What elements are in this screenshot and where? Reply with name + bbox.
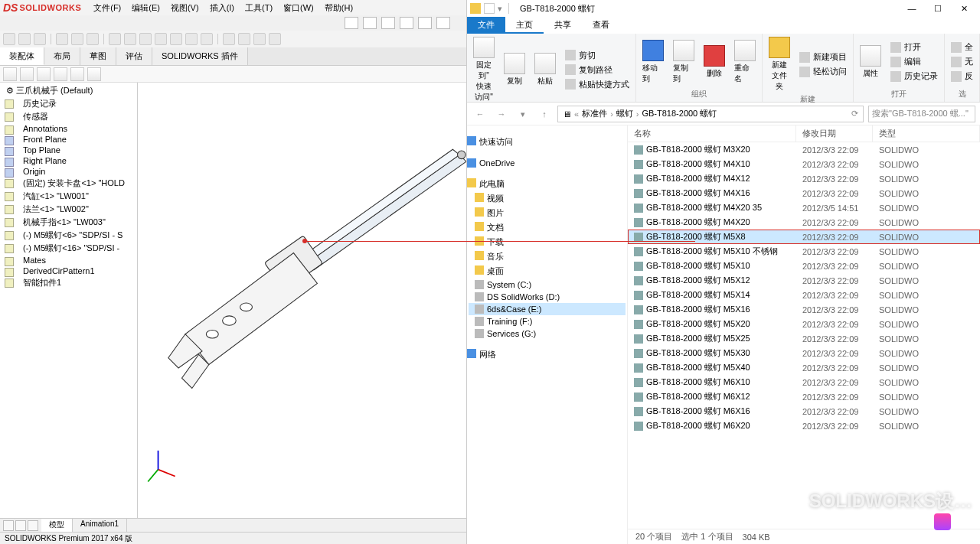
tool-icon[interactable] bbox=[155, 33, 167, 45]
up-button[interactable]: ↑ bbox=[536, 106, 553, 122]
col-name[interactable]: 名称 bbox=[628, 125, 796, 142]
cut-button[interactable]: 剪切 bbox=[564, 49, 631, 62]
file-row[interactable]: GB-T818-2000 螺钉 M4X202012/3/3 22:09SOLID… bbox=[628, 215, 980, 230]
menu-1[interactable]: 编辑(E) bbox=[127, 1, 165, 15]
tab-sketch[interactable]: 草图 bbox=[80, 47, 116, 65]
file-tab[interactable]: 文件 bbox=[467, 17, 505, 34]
tree-item[interactable]: 汽缸<1> "LW001" bbox=[2, 190, 136, 203]
motion-icon[interactable] bbox=[28, 520, 38, 531]
file-row[interactable]: GB-T818-2000 螺钉 M4X122012/3/3 22:09SOLID… bbox=[628, 171, 980, 186]
properties-button[interactable]: 属性 bbox=[858, 44, 883, 80]
nav-network[interactable]: 网络 bbox=[469, 347, 626, 362]
file-row[interactable]: GB-T818-2000 螺钉 M5X142012/3/3 22:09SOLID… bbox=[628, 288, 980, 302]
file-row[interactable]: GB-T818-2000 螺钉 M5X102012/3/3 22:09SOLID… bbox=[628, 259, 980, 273]
file-rows[interactable]: GB-T818-2000 螺钉 M3X202012/3/3 22:09SOLID… bbox=[628, 142, 980, 529]
selectnone-button[interactable]: 无 bbox=[949, 55, 975, 68]
file-row[interactable]: GB-T818-2000 螺钉 M6X202012/3/3 22:09SOLID… bbox=[628, 419, 980, 433]
shortcut-button[interactable]: 粘贴快捷方式 bbox=[564, 78, 631, 91]
tool-icon[interactable] bbox=[201, 33, 213, 45]
copy-button[interactable]: 复制 bbox=[502, 51, 527, 88]
file-row[interactable]: GB-T818-2000 螺钉 M5X302012/3/3 22:09SOLID… bbox=[628, 346, 980, 360]
nav-folder[interactable]: 视频 bbox=[469, 191, 626, 206]
tree-item[interactable]: (-) M5螺钉<6> "SDP/SI - S bbox=[2, 229, 136, 242]
file-row[interactable]: GB-T818-2000 螺钉 M4X102012/3/3 22:09SOLID… bbox=[628, 157, 980, 171]
tree-item[interactable]: 法兰<1> "LW002" bbox=[2, 203, 136, 216]
minimize-button[interactable]: — bbox=[899, 1, 925, 16]
invert-button[interactable]: 反 bbox=[949, 70, 975, 83]
feature-icon[interactable] bbox=[3, 67, 17, 81]
tab-layout[interactable]: 布局 bbox=[44, 47, 80, 65]
file-row[interactable]: GB-T818-2000 螺钉 M5X202012/3/3 22:09SOLID… bbox=[628, 317, 980, 331]
tool-icon[interactable] bbox=[269, 33, 281, 45]
col-type[interactable]: 类型 bbox=[873, 125, 980, 142]
selectall-button[interactable]: 全 bbox=[949, 41, 975, 54]
sw-viewport[interactable] bbox=[138, 83, 466, 518]
copyto-button[interactable]: 复制到 bbox=[671, 38, 696, 86]
rename-button[interactable]: 重命名 bbox=[733, 38, 757, 86]
pin-button[interactable]: 固定到" 快速访问" bbox=[472, 35, 496, 104]
tab-view[interactable]: 查看 bbox=[582, 17, 620, 34]
sw-feature-tree[interactable]: ⚙ 三爪机械手 (Default) 历史记录传感器AnnotationsFron… bbox=[0, 83, 138, 518]
tool-icon[interactable] bbox=[238, 33, 250, 45]
menu-6[interactable]: 帮助(H) bbox=[320, 1, 358, 15]
file-row[interactable]: GB-T818-2000 螺钉 M4X162012/3/3 22:09SOLID… bbox=[628, 186, 980, 200]
rebuild-icon[interactable] bbox=[418, 17, 432, 29]
tool-icon[interactable] bbox=[56, 33, 68, 45]
menu-0[interactable]: 文件(F) bbox=[89, 1, 126, 15]
open-button[interactable]: 打开 bbox=[889, 41, 939, 54]
tool-icon[interactable] bbox=[124, 33, 136, 45]
file-row[interactable]: GB-T818-2000 螺钉 M5X252012/3/3 22:09SOLID… bbox=[628, 331, 980, 346]
feature-icon[interactable] bbox=[70, 67, 84, 81]
file-row[interactable]: GB-T818-2000 螺钉 M6X102012/3/3 22:09SOLID… bbox=[628, 375, 980, 389]
tool-icon[interactable] bbox=[253, 33, 266, 45]
qat-dropdown[interactable]: ▾ bbox=[498, 4, 502, 14]
nav-folder[interactable]: 桌面 bbox=[469, 264, 626, 279]
nav-thispc[interactable]: 此电脑 bbox=[469, 177, 626, 191]
breadcrumb[interactable]: 🖥 « 标准件 › 螺钉 › GB-T818-2000 螺钉 ⟳ bbox=[557, 106, 864, 122]
tab-assembly[interactable]: 装配体 bbox=[0, 47, 44, 65]
file-row[interactable]: GB-T818-2000 螺钉 M5X82012/3/3 22:09SOLIDW… bbox=[628, 230, 980, 244]
feature-icon[interactable] bbox=[54, 67, 67, 81]
tool-icon[interactable] bbox=[223, 33, 235, 45]
recent-button[interactable]: ▾ bbox=[514, 106, 531, 122]
nav-onedrive[interactable]: OneDrive bbox=[469, 157, 626, 169]
tool-icon[interactable] bbox=[109, 33, 121, 45]
tree-item[interactable]: 机械手指<1> "LW003" bbox=[2, 216, 136, 229]
edit-button[interactable]: 编辑 bbox=[889, 55, 939, 68]
delete-button[interactable]: 删除 bbox=[702, 44, 727, 80]
open-doc-icon[interactable] bbox=[363, 17, 377, 29]
nav-drive[interactable]: System (C:) bbox=[469, 279, 626, 291]
tab-animation[interactable]: Animation1 bbox=[73, 519, 127, 532]
print-icon[interactable] bbox=[400, 17, 413, 29]
nav-quickaccess[interactable]: 快速访问 bbox=[469, 135, 626, 149]
tool-icon[interactable] bbox=[139, 33, 152, 45]
tree-item[interactable]: Origin bbox=[2, 166, 136, 177]
tree-root[interactable]: ⚙ 三爪机械手 (Default) bbox=[2, 84, 136, 97]
file-row[interactable]: GB-T818-2000 螺钉 M4X20 352012/3/5 14:51SO… bbox=[628, 200, 980, 215]
moveto-button[interactable]: 移动到 bbox=[641, 38, 665, 86]
menu-2[interactable]: 视图(V) bbox=[166, 1, 204, 15]
file-row[interactable]: GB-T818-2000 螺钉 M6X122012/3/3 22:09SOLID… bbox=[628, 389, 980, 404]
copypath-button[interactable]: 复制路径 bbox=[564, 64, 631, 77]
nav-folder[interactable]: 音乐 bbox=[469, 249, 626, 264]
forward-button[interactable]: → bbox=[493, 106, 510, 122]
tab-share[interactable]: 共享 bbox=[544, 17, 582, 34]
history-button[interactable]: 历史记录 bbox=[889, 70, 939, 83]
nav-drive[interactable]: DS SolidWorks (D:) bbox=[469, 291, 626, 303]
tool-icon[interactable] bbox=[18, 33, 31, 45]
paste-button[interactable]: 粘贴 bbox=[533, 51, 557, 88]
nav-drive[interactable]: Training (F:) bbox=[469, 315, 626, 327]
tree-item[interactable]: 智能扣件1 bbox=[2, 276, 136, 289]
tree-item[interactable]: Right Plane bbox=[2, 155, 136, 166]
new-doc-icon[interactable] bbox=[345, 17, 358, 29]
motion-icon[interactable] bbox=[3, 520, 14, 531]
back-button[interactable]: ← bbox=[472, 106, 488, 122]
tool-icon[interactable] bbox=[170, 33, 182, 45]
motion-icon[interactable] bbox=[15, 520, 26, 531]
nav-folder[interactable]: 文档 bbox=[469, 220, 626, 235]
newfolder-button[interactable]: 新建 文件夹 bbox=[767, 35, 792, 93]
menu-3[interactable]: 插入(I) bbox=[205, 1, 239, 15]
tab-model[interactable]: 模型 bbox=[41, 519, 73, 532]
nav-folder[interactable]: 图片 bbox=[469, 206, 626, 220]
easyaccess-button[interactable]: 轻松访问 bbox=[798, 65, 848, 78]
